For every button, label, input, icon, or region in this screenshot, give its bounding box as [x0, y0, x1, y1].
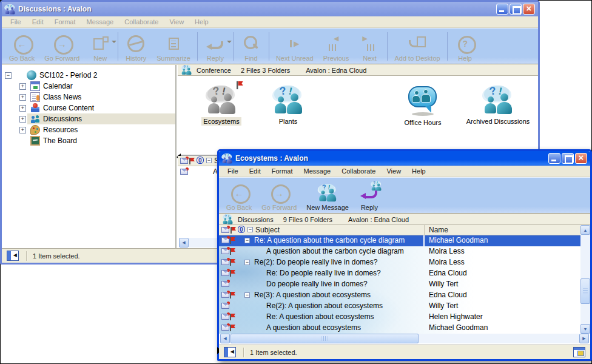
menu-help[interactable]: Help — [190, 17, 214, 27]
message-row[interactable]: −Re: A question about the carbon cycle d… — [219, 235, 580, 246]
menu-format[interactable]: Format — [50, 17, 81, 27]
toolbar-help[interactable]: Help — [449, 30, 481, 63]
scrollbar-thumb[interactable] — [230, 334, 419, 343]
view-mode-icon[interactable] — [573, 347, 585, 357]
tree-item-discussions[interactable]: +Discussions — [2, 113, 175, 124]
menu-help[interactable]: Help — [407, 166, 431, 176]
maximize-button[interactable] — [510, 4, 522, 15]
horizontal-scrollbar[interactable]: ◀ ▶ — [219, 334, 590, 344]
message-row[interactable]: A question about the carbon cycle diagra… — [219, 246, 580, 257]
tree-item-calendar[interactable]: +Calendar — [2, 81, 175, 92]
minimize-button[interactable] — [548, 153, 560, 164]
app-icon: ?! — [5, 4, 15, 15]
scroll-up-button[interactable]: ▲ — [580, 225, 590, 235]
menu-edit[interactable]: Edit — [27, 17, 49, 27]
toolbar-find[interactable]: Find — [235, 30, 267, 63]
vertical-scrollbar[interactable]: ▲ ▼ — [580, 225, 590, 334]
titlebar-ecosystems[interactable]: ?! Ecosystems : Avalon — [219, 151, 590, 166]
panel-toggle-icon[interactable] — [224, 347, 236, 357]
toolbar-reply[interactable]: ?!Reply — [354, 179, 385, 212]
collapse-icon[interactable]: − — [244, 238, 250, 243]
menu-collaborate[interactable]: Collaborate — [337, 166, 380, 176]
tree-item-the-board[interactable]: The Board — [2, 135, 175, 146]
toolbar-reply[interactable]: Reply — [200, 30, 231, 63]
conference-item-plants[interactable]: ?!Plants — [252, 86, 325, 126]
question-cloud-icon: ?! — [371, 181, 382, 191]
menu-edit[interactable]: Edit — [244, 166, 266, 176]
dropdown-arrow-icon[interactable] — [227, 41, 232, 43]
expand-icon[interactable]: + — [19, 94, 26, 101]
toolbar-next[interactable]: Next — [354, 30, 385, 63]
expand-icon[interactable]: + — [19, 83, 26, 90]
tree-item-resources[interactable]: +Resources — [2, 124, 175, 135]
dropdown-arrow-icon[interactable] — [112, 41, 116, 43]
window-title: Ecosystems : Avalon — [235, 154, 545, 163]
menu-file[interactable]: File — [223, 166, 243, 176]
expand-icon[interactable]: + — [19, 105, 26, 112]
expand-icon[interactable]: + — [19, 116, 26, 123]
message-row[interactable]: Re: A question about ecosystemsHelen Hig… — [219, 312, 580, 323]
expand-icon[interactable]: + — [19, 127, 26, 133]
close-button[interactable] — [523, 4, 535, 15]
person-shape — [227, 159, 232, 163]
toolbar-history[interactable]: History — [120, 30, 152, 63]
toolbar-go-forward[interactable]: Go Forward — [39, 30, 84, 63]
message-row[interactable]: Do people really live in domes?Willy Ter… — [219, 279, 580, 290]
tree-item-class-news[interactable]: +Class News — [2, 92, 175, 103]
conference-item-label: Office Hours — [403, 118, 443, 127]
conference-item-ecosystems[interactable]: ?!Ecosystems — [185, 86, 258, 126]
titlebar-discussions[interactable]: ?! Discussions : Avalon — [2, 2, 538, 16]
menu-message[interactable]: Message — [299, 166, 336, 176]
tree-item-sci102-period-2[interactable]: −SCI102 - Period 2 — [2, 70, 175, 81]
toolbar-previous[interactable]: Previous — [318, 30, 354, 63]
message-row[interactable]: −Re(2): Do people really live in domes?M… — [219, 257, 580, 268]
message-row[interactable]: Re(2): A question about ecosystemsWilly … — [219, 301, 580, 312]
message-row[interactable]: −Re(3): A question about ecosystemsEdna … — [219, 290, 580, 301]
toolbar-label: Reply — [361, 204, 378, 211]
panel-toggle-icon[interactable] — [7, 251, 19, 261]
conference-item-office-hours[interactable]: Office Hours — [386, 86, 459, 127]
toolbar-go-forward[interactable]: Go Forward — [257, 179, 301, 212]
tree-item-course-content[interactable]: +Course Content — [2, 103, 175, 113]
person-shape — [223, 160, 227, 163]
envelope-icon — [221, 303, 229, 309]
person-shape — [11, 7, 14, 10]
envelope-icon — [221, 248, 229, 254]
menu-format[interactable]: Format — [267, 166, 298, 176]
toolbar-summarize[interactable]: Summarize — [152, 30, 195, 63]
unread-flag-icon — [237, 81, 244, 89]
name-column-header[interactable]: Name — [429, 226, 448, 234]
menu-message[interactable]: Message — [82, 17, 119, 27]
maximize-button[interactable] — [562, 153, 574, 164]
collapse-icon[interactable]: − — [244, 292, 250, 298]
toolbar-go-back[interactable]: Go Back — [221, 179, 257, 212]
menu-view[interactable]: View — [164, 17, 189, 27]
scroll-down-button[interactable]: ▼ — [580, 324, 590, 334]
toolbar-next-unread[interactable]: Next Unread — [271, 30, 318, 63]
collapse-icon[interactable]: − — [244, 260, 250, 265]
toolbar-new-message[interactable]: ?!New Message — [301, 179, 354, 212]
menu-view[interactable]: View — [382, 166, 406, 176]
close-button[interactable] — [575, 153, 587, 164]
message-author: Michael Goodman — [429, 236, 488, 244]
conference-item-archived-discussions[interactable]: ?!Archived Discussions — [462, 86, 534, 126]
toolbar-add-to-desktop[interactable]: Add to Desktop — [389, 30, 445, 63]
column-divider[interactable] — [424, 225, 425, 235]
subject-column-header[interactable]: Subject — [255, 226, 280, 234]
minimize-button[interactable] — [496, 4, 508, 15]
message-row[interactable]: Re: Do people really live in domes?Edna … — [219, 268, 580, 279]
scroll-left-button[interactable]: ◀ — [179, 238, 189, 248]
collapse-all-icon[interactable]: − — [206, 158, 212, 163]
collapse-all-icon[interactable]: − — [247, 227, 253, 232]
toolbar-go-back[interactable]: Go Back — [4, 30, 39, 63]
toolbar-new[interactable]: New — [84, 30, 116, 63]
collapse-icon[interactable]: − — [5, 72, 12, 79]
menu-collaborate[interactable]: Collaborate — [119, 17, 163, 27]
message-author: Michael Goodman — [429, 323, 488, 332]
message-row[interactable]: A question about ecosystemsMichael Goodm… — [219, 323, 580, 334]
menu-file[interactable]: File — [5, 17, 26, 27]
message-list-header[interactable]: 0 − Subject Name — [219, 225, 580, 235]
scrollbar-thumb[interactable] — [580, 278, 590, 304]
scroll-left-button[interactable]: ◀ — [220, 334, 230, 343]
scroll-right-button[interactable]: ▶ — [579, 334, 589, 343]
